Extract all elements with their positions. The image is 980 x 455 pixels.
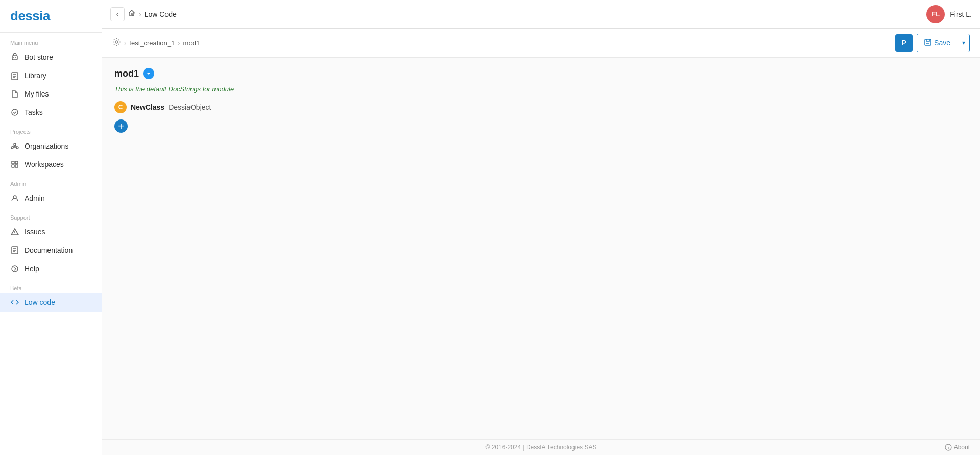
save-button[interactable]: Save <box>917 34 958 52</box>
save-label: Save <box>934 39 950 47</box>
sidebar-item-help[interactable]: Help <box>0 259 102 278</box>
module-title-row: mod1 <box>114 68 968 79</box>
class-row: C NewClass DessiaObject <box>114 101 968 113</box>
sidebar-item-tasks[interactable]: Tasks <box>0 103 102 122</box>
copyright-text: © 2016-2024 | DessIA Technologies SAS <box>486 444 597 451</box>
content-actions: P Save ▾ <box>895 34 970 52</box>
chevron-down-icon: ▾ <box>962 39 965 46</box>
module-title: mod1 <box>114 68 139 79</box>
content-breadcrumb: › test_creation_1 › mod1 <box>112 38 200 48</box>
admin-icon <box>10 194 19 203</box>
sidebar-item-label: My files <box>25 90 49 98</box>
workspaces-icon <box>10 160 19 169</box>
class-name[interactable]: NewClass <box>131 103 164 111</box>
content-area: › test_creation_1 › mod1 P Save <box>102 29 980 455</box>
sidebar-item-my-files[interactable]: My files <box>0 85 102 103</box>
sidebar-item-label: Workspaces <box>25 160 64 169</box>
tasks-icon <box>10 108 19 117</box>
breadcrumb-separator: › <box>139 10 141 18</box>
svg-rect-0 <box>12 56 17 60</box>
footer: © 2016-2024 | DessIA Technologies SAS Ab… <box>102 439 980 455</box>
help-icon <box>10 264 19 273</box>
back-button[interactable]: ‹ <box>110 7 125 21</box>
settings-icon <box>112 38 121 48</box>
svg-point-2 <box>15 57 16 58</box>
docs-icon <box>10 246 19 255</box>
home-icon[interactable] <box>128 9 136 19</box>
app-logo: dessia <box>10 8 50 24</box>
content-header: › test_creation_1 › mod1 P Save <box>102 29 980 58</box>
sidebar-item-label: Documentation <box>25 246 73 254</box>
save-icon <box>924 39 931 47</box>
module-docstring: This is the default DocStrings for modul… <box>114 85 968 93</box>
issues-icon <box>10 227 19 236</box>
sidebar-item-label: Organizations <box>25 142 68 150</box>
org-icon <box>10 141 19 151</box>
sidebar-item-organizations[interactable]: Organizations <box>0 137 102 155</box>
bot-icon <box>10 53 19 62</box>
breadcrumb-arrow-1: › <box>124 39 126 47</box>
topbar: ‹ › Low Code FL First L. <box>102 0 980 29</box>
class-badge: C <box>114 101 127 113</box>
sidebar-item-bot-store[interactable]: Bot store <box>0 48 102 66</box>
sidebar-item-label: Issues <box>25 228 45 236</box>
main-area: ‹ › Low Code FL First L. <box>102 0 980 455</box>
save-dropdown-button[interactable]: ▾ <box>958 34 969 52</box>
sidebar-item-label: Help <box>25 265 39 273</box>
user-avatar[interactable]: FL <box>926 5 945 23</box>
class-parent[interactable]: DessiaObject <box>169 103 211 111</box>
code-icon <box>10 298 19 307</box>
sidebar-item-label: Low code <box>25 298 55 306</box>
topbar-nav: ‹ › Low Code <box>110 7 177 21</box>
svg-rect-10 <box>12 165 14 167</box>
sidebar-item-label: Bot store <box>25 53 53 61</box>
svg-point-15 <box>15 270 15 271</box>
svg-point-1 <box>13 57 14 58</box>
support-label: Support <box>0 207 102 223</box>
module-content: mod1 This is the default DocStrings for … <box>102 58 980 439</box>
sidebar-item-label: Library <box>25 71 46 80</box>
main-menu-label: Main menu <box>0 33 102 48</box>
sidebar-item-issues[interactable]: Issues <box>0 223 102 241</box>
sidebar-item-label: Admin <box>25 194 45 202</box>
topbar-right: FL First L. <box>926 5 972 23</box>
svg-point-4 <box>12 109 18 115</box>
sidebar-item-low-code[interactable]: Low code <box>0 293 102 312</box>
add-class-button[interactable]: + <box>114 119 128 133</box>
svg-rect-8 <box>12 161 14 164</box>
logo-area: dessia <box>0 0 102 33</box>
module-dropdown-badge[interactable] <box>143 68 154 79</box>
sidebar-item-library[interactable]: Library <box>0 66 102 85</box>
sidebar-item-workspaces[interactable]: Workspaces <box>0 155 102 174</box>
sidebar-item-documentation[interactable]: Documentation <box>0 241 102 259</box>
svg-rect-17 <box>925 39 931 45</box>
about-label[interactable]: About <box>954 444 970 451</box>
projects-label: Projects <box>0 122 102 137</box>
svg-rect-11 <box>15 165 18 167</box>
breadcrumb-arrow-2: › <box>178 39 180 47</box>
files-icon <box>10 89 19 99</box>
svg-point-5 <box>14 143 16 146</box>
svg-rect-9 <box>15 161 18 164</box>
sidebar-item-admin[interactable]: Admin <box>0 189 102 207</box>
about-link[interactable]: About <box>945 444 970 451</box>
p-button[interactable]: P <box>895 34 913 52</box>
breadcrumb-test-creation[interactable]: test_creation_1 <box>129 39 175 47</box>
sidebar: dessia Main menu Bot store Library <box>0 0 102 455</box>
save-button-group: Save ▾ <box>917 34 970 52</box>
svg-point-16 <box>115 41 118 43</box>
admin-label: Admin <box>0 174 102 189</box>
svg-point-14 <box>12 266 18 272</box>
sidebar-item-label: Tasks <box>25 108 43 116</box>
breadcrumb-low-code[interactable]: Low Code <box>145 10 177 18</box>
library-icon <box>10 71 19 80</box>
user-name: First L. <box>950 10 972 18</box>
breadcrumb-mod1[interactable]: mod1 <box>183 39 200 47</box>
beta-label: Beta <box>0 278 102 293</box>
